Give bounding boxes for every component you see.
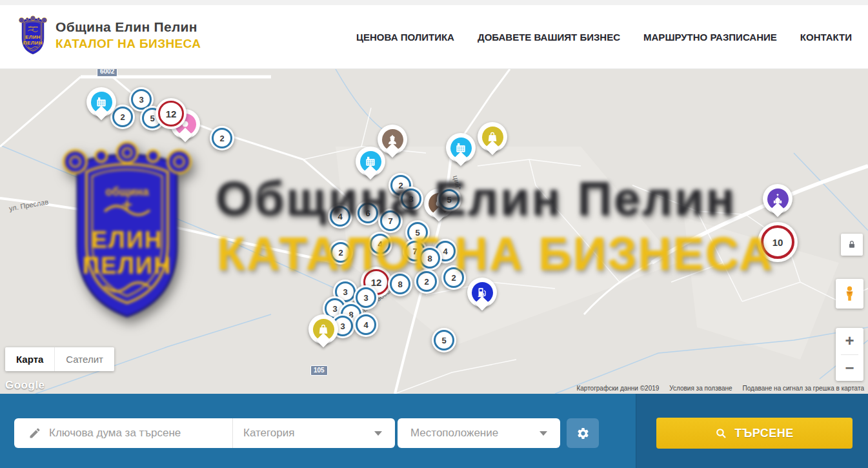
crest-text-line1: ЕЛИН bbox=[25, 34, 41, 40]
map-type-satellite-button[interactable]: Сателит bbox=[54, 347, 114, 371]
cluster-marker[interactable]: 4 bbox=[328, 204, 352, 229]
category-pin-factory[interactable] bbox=[446, 133, 476, 173]
location-select-box: Местоположение bbox=[398, 418, 560, 448]
gear-icon bbox=[576, 427, 590, 440]
attribution-terms-link[interactable]: Условия за ползване bbox=[669, 385, 732, 392]
cluster-marker[interactable]: 10 bbox=[758, 222, 798, 262]
cluster-marker[interactable]: 3 bbox=[399, 187, 423, 211]
site-title: Община Елин Пелин bbox=[56, 19, 201, 35]
search-bar: ТЪРСЕНЕ Категория Местоположение bbox=[0, 394, 868, 468]
cluster-marker[interactable]: 4 bbox=[368, 232, 392, 256]
map-markers-layer: 32512223564754274812822333834510 bbox=[0, 69, 868, 394]
crest-text-line2: ПЕЛИН bbox=[23, 40, 43, 46]
category-pin-bag[interactable] bbox=[308, 314, 338, 354]
crest-text-top: община bbox=[28, 26, 39, 28]
nav-route-schedule[interactable]: МАРШРУТНО РАЗПИСАНИЕ bbox=[643, 32, 777, 43]
search-button[interactable]: ТЪРСЕНЕ bbox=[656, 418, 853, 449]
search-settings-button[interactable] bbox=[567, 418, 599, 448]
cluster-marker[interactable]: 2 bbox=[414, 269, 439, 294]
search-button-label: ТЪРСЕНЕ bbox=[734, 427, 794, 440]
search-fields-group: Категория bbox=[14, 418, 395, 448]
crest-icon: община ЕЛИН ПЕЛИН bbox=[18, 15, 48, 56]
cluster-marker[interactable]: 5 bbox=[432, 328, 456, 352]
pegman-icon bbox=[841, 284, 858, 303]
pencil-icon bbox=[28, 427, 41, 440]
cluster-marker[interactable]: 6 bbox=[356, 201, 380, 225]
map-type-control: Карта Сателит bbox=[5, 347, 114, 371]
map-type-map-button[interactable]: Карта bbox=[5, 347, 54, 371]
zoom-out-button[interactable]: − bbox=[836, 355, 863, 382]
street-view-pegman-button[interactable] bbox=[836, 279, 863, 309]
cluster-marker[interactable]: 2 bbox=[441, 265, 466, 290]
attribution-report-error-link[interactable]: Подаване на сигнал за грешка в картата bbox=[743, 385, 864, 392]
cluster-marker[interactable]: 8 bbox=[388, 272, 412, 296]
page: община ЕЛИН ПЕЛИН Община Елин Пелин КАТА… bbox=[0, 0, 868, 468]
cluster-marker[interactable]: 2 bbox=[210, 126, 234, 150]
chevron-down-icon bbox=[540, 431, 547, 436]
map-attribution: Картографски данни ©2019 Условия за полз… bbox=[576, 385, 864, 392]
nav-pricing-policy[interactable]: ЦЕНОВА ПОЛИТИКА bbox=[356, 32, 454, 43]
municipality-logo[interactable]: община ЕЛИН ПЕЛИН bbox=[18, 15, 48, 56]
category-pin-church[interactable] bbox=[763, 184, 792, 224]
cluster-marker[interactable]: 4 bbox=[354, 312, 378, 337]
search-icon bbox=[715, 427, 727, 440]
cluster-marker[interactable]: 5 bbox=[437, 187, 461, 212]
category-pin-bag[interactable] bbox=[478, 122, 507, 162]
nav-contacts[interactable]: КОНТАКТИ bbox=[800, 32, 852, 43]
nav-add-business[interactable]: ДОБАВЕТЕ ВАШИЯТ БИЗНЕС bbox=[478, 32, 620, 43]
category-select-label: Категория bbox=[243, 427, 294, 440]
lock-icon bbox=[847, 239, 857, 250]
category-pin-factory[interactable] bbox=[86, 87, 116, 127]
cluster-marker[interactable]: 8 bbox=[418, 246, 442, 270]
top-strip bbox=[0, 0, 868, 5]
lock-button[interactable] bbox=[841, 234, 863, 256]
google-logo[interactable]: Google bbox=[5, 379, 45, 392]
category-pin-factory[interactable] bbox=[356, 147, 385, 187]
google-map[interactable]: 6002105ул. Преславбул. „Новоселций“ 3251… bbox=[0, 69, 868, 394]
cluster-marker[interactable]: 2 bbox=[328, 240, 353, 265]
keyword-field-wrap bbox=[14, 418, 232, 448]
cluster-marker[interactable]: 12 bbox=[156, 98, 187, 129]
site-subtitle: КАТАЛОГ НА БИЗНЕСА bbox=[56, 37, 201, 51]
search-bar-right-panel: ТЪРСЕНЕ bbox=[636, 394, 868, 468]
cluster-marker[interactable]: 7 bbox=[378, 209, 403, 233]
keyword-search-input[interactable] bbox=[49, 427, 197, 440]
category-select[interactable]: Категория bbox=[232, 418, 395, 448]
location-select[interactable]: Местоположение bbox=[398, 418, 560, 448]
zoom-in-button[interactable]: + bbox=[836, 328, 863, 354]
zoom-control: + − bbox=[836, 328, 863, 381]
category-pin-fuel[interactable] bbox=[467, 278, 497, 318]
location-select-label: Местоположение bbox=[410, 427, 498, 440]
attribution-copyright: Картографски данни ©2019 bbox=[576, 385, 659, 392]
header: община ЕЛИН ПЕЛИН Община Елин Пелин КАТА… bbox=[0, 5, 868, 69]
chevron-down-icon bbox=[374, 431, 382, 436]
brand: Община Елин Пелин КАТАЛОГ НА БИЗНЕСА bbox=[56, 19, 201, 51]
main-nav: ЦЕНОВА ПОЛИТИКА ДОБАВЕТЕ ВАШИЯТ БИЗНЕС М… bbox=[356, 5, 852, 69]
